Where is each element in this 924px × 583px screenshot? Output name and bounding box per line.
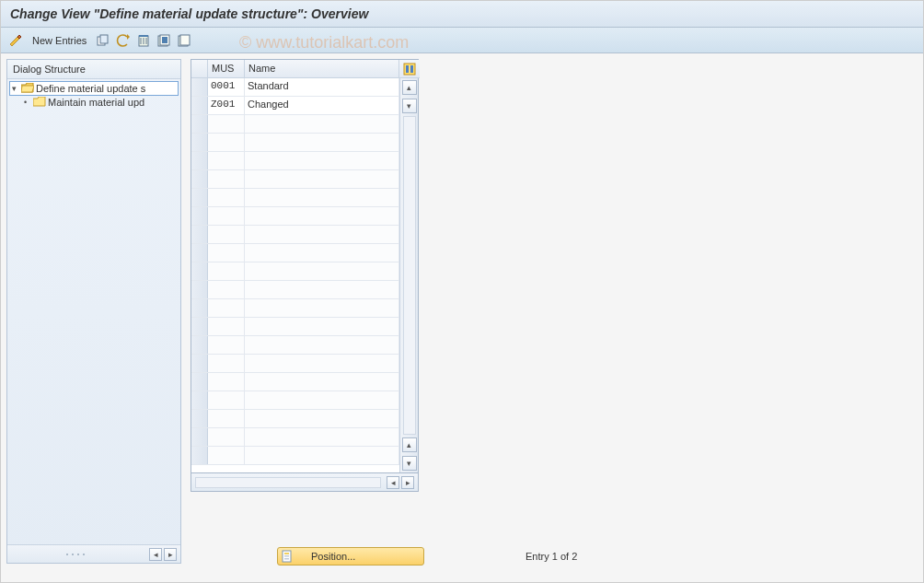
table-row[interactable]	[191, 207, 399, 226]
row-selector[interactable]	[191, 207, 208, 225]
tree-expand-icon[interactable]: ▾	[12, 84, 21, 93]
cell-name[interactable]	[245, 226, 399, 243]
cell-mus[interactable]	[208, 299, 245, 317]
cell-name[interactable]	[245, 281, 399, 298]
cell-name[interactable]	[245, 428, 399, 446]
cell-name[interactable]	[245, 355, 399, 372]
cell-name[interactable]	[245, 115, 399, 133]
tree-node-define-material-update[interactable]: ▾ Define material update s	[9, 81, 179, 96]
row-selector[interactable]	[191, 226, 208, 243]
table-row[interactable]	[191, 391, 399, 410]
cell-name[interactable]	[245, 170, 399, 188]
table-row[interactable]	[191, 410, 399, 428]
cell-name[interactable]	[245, 262, 399, 280]
row-selector[interactable]	[191, 281, 208, 298]
delete-icon[interactable]	[136, 33, 151, 48]
row-selector[interactable]	[191, 134, 208, 151]
table-configure-icon[interactable]	[399, 60, 420, 78]
cell-name[interactable]	[245, 336, 399, 354]
cell-mus[interactable]	[208, 226, 245, 243]
scroll-step-up-button[interactable]: ▴	[402, 437, 417, 452]
row-selector[interactable]	[191, 244, 208, 262]
cell-name[interactable]	[245, 152, 399, 169]
table-row[interactable]	[191, 244, 399, 262]
row-selector[interactable]	[191, 447, 208, 464]
cell-mus[interactable]	[208, 262, 245, 280]
table-row[interactable]	[191, 281, 399, 299]
row-selector[interactable]	[191, 299, 208, 317]
scroll-track[interactable]	[403, 116, 416, 435]
table-row[interactable]	[191, 226, 399, 244]
row-selector[interactable]	[191, 189, 208, 206]
row-selector[interactable]	[191, 428, 208, 446]
row-selector[interactable]	[191, 170, 208, 188]
table-row[interactable]	[191, 115, 399, 134]
cell-name[interactable]	[245, 134, 399, 151]
row-selector[interactable]	[191, 355, 208, 372]
cell-name[interactable]	[245, 373, 399, 391]
new-entries-button[interactable]: New Entries	[29, 33, 90, 48]
row-selector[interactable]	[191, 78, 208, 96]
cell-mus[interactable]	[208, 115, 245, 133]
cell-mus[interactable]	[208, 189, 245, 206]
cell-mus[interactable]	[208, 170, 245, 188]
cell-mus[interactable]	[208, 428, 245, 446]
hscroll-left-button[interactable]: ◂	[387, 476, 399, 489]
cell-mus[interactable]	[208, 447, 245, 464]
cell-name[interactable]	[245, 244, 399, 262]
toggle-display-change-icon[interactable]	[8, 33, 23, 48]
cell-name[interactable]	[245, 410, 399, 427]
cell-mus[interactable]	[208, 373, 245, 391]
table-row[interactable]	[191, 134, 399, 152]
table-row[interactable]	[191, 428, 399, 447]
cell-mus[interactable]	[208, 244, 245, 262]
row-selector[interactable]	[191, 152, 208, 169]
row-selector[interactable]	[191, 373, 208, 391]
hscroll-track[interactable]	[195, 477, 381, 488]
row-selector[interactable]	[191, 391, 208, 409]
cell-name[interactable]	[245, 299, 399, 317]
table-row[interactable]	[191, 336, 399, 355]
cell-name[interactable]	[245, 318, 399, 335]
cell-mus[interactable]	[208, 355, 245, 372]
column-header-mus[interactable]: MUS	[208, 60, 245, 77]
position-button[interactable]: Position...	[277, 547, 424, 566]
row-selector[interactable]	[191, 115, 208, 133]
row-selector[interactable]	[191, 318, 208, 335]
table-row[interactable]	[191, 299, 399, 318]
cell-name[interactable]	[245, 207, 399, 225]
hscroll-right-button[interactable]: ▸	[401, 476, 414, 489]
cell-name[interactable]: Standard	[245, 78, 399, 96]
table-row[interactable]	[191, 262, 399, 281]
table-row[interactable]	[191, 447, 399, 465]
cell-mus[interactable]	[208, 152, 245, 169]
deselect-all-icon[interactable]	[177, 33, 191, 48]
scroll-up-button[interactable]: ▴	[402, 80, 417, 95]
row-selector[interactable]	[191, 97, 208, 114]
row-selector[interactable]	[191, 262, 208, 280]
cell-name[interactable]	[245, 447, 399, 464]
table-row[interactable]	[191, 170, 399, 189]
cell-mus[interactable]	[208, 134, 245, 151]
scroll-down-button[interactable]: ▾	[402, 456, 417, 471]
table-row[interactable]	[191, 355, 399, 373]
table-row[interactable]	[191, 189, 399, 207]
table-row[interactable]	[191, 318, 399, 336]
column-header-name[interactable]: Name	[245, 60, 399, 77]
table-row[interactable]: Z001Changed	[191, 97, 399, 115]
table-row[interactable]	[191, 152, 399, 170]
tree-node-maintain-material-update[interactable]: • Maintain material upd	[9, 96, 179, 109]
undo-change-icon[interactable]	[116, 33, 131, 48]
column-header-selector[interactable]	[191, 60, 208, 77]
cell-mus[interactable]	[208, 336, 245, 354]
cell-mus[interactable]: 0001	[208, 78, 245, 96]
select-all-icon[interactable]	[156, 33, 171, 48]
cell-mus[interactable]	[208, 281, 245, 298]
table-row[interactable]: 0001Standard	[191, 78, 399, 97]
cell-name[interactable]	[245, 189, 399, 206]
row-selector[interactable]	[191, 336, 208, 354]
scroll-step-down-button[interactable]: ▾	[402, 99, 417, 113]
cell-mus[interactable]: Z001	[208, 97, 245, 114]
cell-mus[interactable]	[208, 410, 245, 427]
cell-name[interactable]: Changed	[245, 97, 399, 114]
